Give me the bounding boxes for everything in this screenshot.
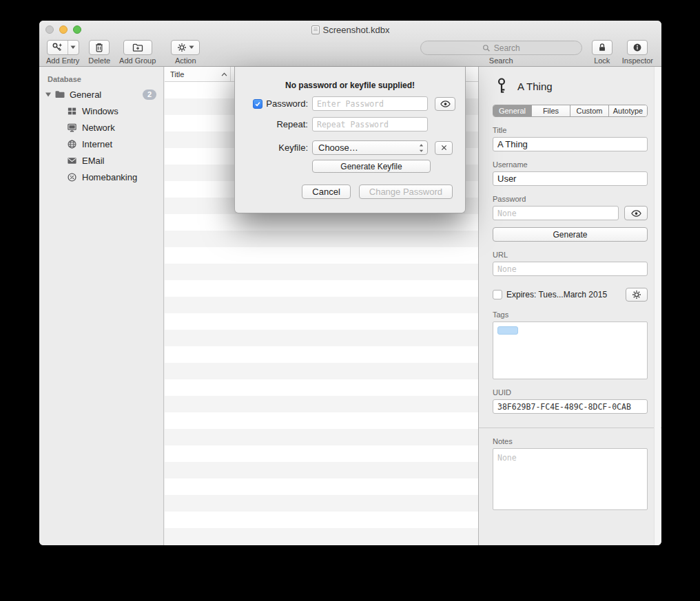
keyfile-popup-value: Choose… bbox=[318, 143, 358, 153]
tag-chip[interactable] bbox=[497, 326, 518, 335]
computer-icon bbox=[67, 123, 77, 133]
disclosure-triangle-icon[interactable] bbox=[45, 91, 52, 98]
window-title-text: Screenshot.kdbx bbox=[323, 25, 390, 35]
tool-add-group: Add Group bbox=[119, 40, 156, 65]
generate-keyfile-row: Generate Keyfile bbox=[235, 160, 465, 173]
sidebar-item-windows[interactable]: Windows bbox=[39, 103, 163, 119]
window-title: Screenshot.kdbx bbox=[39, 21, 661, 39]
url-field[interactable] bbox=[493, 262, 648, 276]
tab-custom[interactable]: Custom bbox=[570, 105, 609, 116]
lock-button[interactable] bbox=[592, 40, 612, 55]
url-field-label: URL bbox=[493, 251, 648, 259]
column-header-title[interactable]: Title bbox=[165, 70, 230, 78]
repeat-row: Repeat: bbox=[235, 117, 465, 131]
expires-settings-button[interactable] bbox=[626, 288, 648, 302]
dialog-message: No password or keyfile supplied! bbox=[235, 81, 465, 90]
keyfile-popup[interactable]: Choose… bbox=[312, 140, 428, 155]
password-enabled-checkbox[interactable] bbox=[253, 99, 262, 109]
dialog-actions: Cancel Change Password bbox=[235, 184, 465, 199]
delete-button[interactable] bbox=[89, 40, 110, 55]
notes-label: Notes bbox=[493, 437, 648, 445]
tab-files[interactable]: Files bbox=[532, 105, 570, 116]
expires-row: Expires: Tues...March 2015 bbox=[493, 288, 648, 302]
add-group-button[interactable] bbox=[123, 40, 152, 55]
inspector-divider bbox=[479, 428, 661, 428]
gear-icon bbox=[177, 43, 187, 52]
folder-icon bbox=[54, 89, 65, 100]
gear-icon bbox=[632, 290, 641, 299]
clear-keyfile-button[interactable] bbox=[435, 141, 453, 155]
password-field-label: Password bbox=[493, 195, 648, 203]
tool-add-entry: Add Entry bbox=[46, 40, 79, 65]
dialog-password-input[interactable] bbox=[312, 96, 428, 111]
check-icon bbox=[254, 101, 261, 107]
trash-icon bbox=[94, 42, 105, 53]
sidebar: Database General 2 bbox=[39, 67, 164, 545]
sidebar-item-email[interactable]: EMail bbox=[39, 152, 163, 169]
inspector-tabs: General Files Custom Autotype bbox=[493, 105, 648, 117]
generate-keyfile-button[interactable]: Generate Keyfile bbox=[312, 160, 431, 173]
inspector-panel: A Thing General Files Custom Autotype Ti… bbox=[478, 67, 661, 545]
tool-inspector: Inspector bbox=[622, 40, 653, 65]
envelope-icon bbox=[67, 156, 77, 166]
sidebar-item-internet[interactable]: Internet bbox=[39, 136, 163, 152]
magnifier-icon bbox=[482, 44, 491, 52]
generate-password-button[interactable]: Generate bbox=[493, 227, 648, 242]
window-titlebar[interactable]: Screenshot.kdbx bbox=[39, 21, 661, 39]
tags-label: Tags bbox=[493, 310, 648, 319]
tab-general[interactable]: General bbox=[493, 105, 532, 116]
expires-label: Expires: Tues...March 2015 bbox=[506, 290, 607, 299]
action-label: Action bbox=[175, 56, 196, 65]
dialog-reveal-password-button[interactable] bbox=[435, 97, 455, 111]
add-group-label: Add Group bbox=[119, 56, 156, 65]
key-plus-icon bbox=[52, 42, 63, 53]
key-icon bbox=[495, 78, 508, 94]
sidebar-item-label: Windows bbox=[82, 106, 119, 116]
username-field[interactable] bbox=[493, 171, 648, 186]
notes-placeholder: None bbox=[497, 453, 517, 463]
cancel-button[interactable]: Cancel bbox=[302, 184, 350, 199]
main-content: Database General 2 bbox=[39, 67, 661, 545]
eye-icon bbox=[631, 209, 641, 218]
tool-delete: Delete bbox=[88, 40, 110, 65]
sidebar-item-label: Internet bbox=[82, 139, 112, 149]
add-entry-button[interactable] bbox=[47, 40, 79, 55]
inspector-button[interactable] bbox=[627, 40, 648, 55]
group-count-badge: 2 bbox=[143, 89, 156, 100]
dialog-password-label: Password: bbox=[266, 98, 308, 109]
percent-icon bbox=[67, 172, 77, 182]
eye-icon bbox=[440, 100, 451, 108]
add-entry-label: Add Entry bbox=[46, 56, 79, 65]
title-field[interactable] bbox=[493, 137, 648, 151]
tab-autotype[interactable]: Autotype bbox=[609, 105, 647, 116]
action-button[interactable] bbox=[171, 40, 200, 55]
password-field[interactable] bbox=[493, 206, 619, 220]
sidebar-group-general[interactable]: General 2 bbox=[39, 86, 163, 103]
inspector-header: A Thing bbox=[493, 78, 648, 94]
delete-label: Delete bbox=[88, 56, 110, 65]
globe-icon bbox=[67, 139, 77, 149]
change-password-button[interactable]: Change Password bbox=[359, 184, 453, 199]
search-input[interactable]: Search bbox=[420, 41, 582, 55]
inspector-entry-title: A Thing bbox=[517, 81, 553, 92]
inspector-scrollbar[interactable] bbox=[654, 67, 661, 545]
app-window: Screenshot.kdbx bbox=[39, 21, 661, 545]
popup-arrows-icon bbox=[418, 143, 424, 153]
sidebar-item-network[interactable]: Network bbox=[39, 119, 163, 136]
desktop-background: Screenshot.kdbx bbox=[0, 0, 700, 601]
chevron-down-icon bbox=[189, 45, 194, 50]
uuid-field[interactable] bbox=[493, 399, 648, 414]
search-label: Search bbox=[489, 56, 513, 65]
dialog-repeat-input[interactable] bbox=[312, 117, 428, 131]
sidebar-group-label: General bbox=[70, 89, 101, 100]
password-row: Password: bbox=[235, 96, 465, 111]
lock-icon bbox=[597, 43, 607, 52]
notes-textarea[interactable]: None bbox=[493, 448, 648, 510]
folder-plus-icon bbox=[132, 42, 143, 53]
dialog-repeat-label: Repeat: bbox=[276, 119, 308, 129]
username-field-label: Username bbox=[493, 160, 648, 169]
reveal-password-button[interactable] bbox=[624, 206, 648, 220]
expires-checkbox[interactable] bbox=[493, 290, 502, 299]
tags-box[interactable] bbox=[493, 321, 648, 379]
sidebar-item-homebanking[interactable]: Homebanking bbox=[39, 169, 163, 185]
